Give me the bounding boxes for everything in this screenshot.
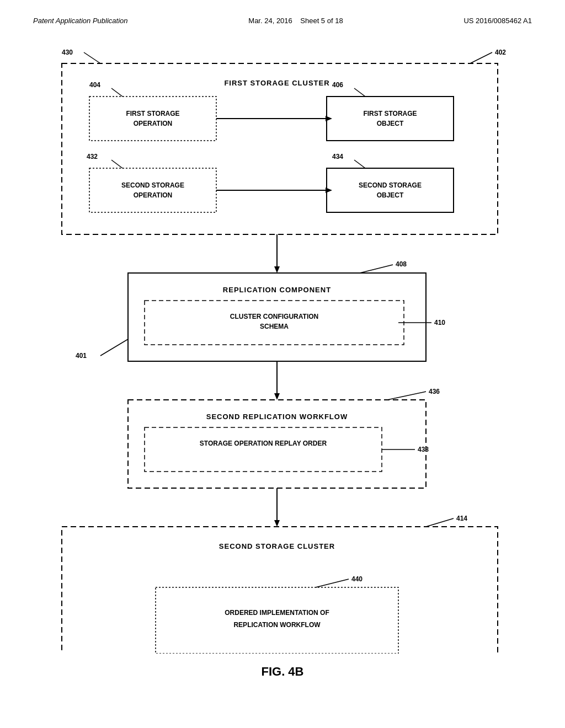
svg-line-33 [360,265,393,273]
svg-text:404: 404 [89,81,100,89]
svg-marker-54 [274,520,280,527]
svg-rect-55 [62,527,498,654]
svg-text:CLUSTER CONFIGURATION: CLUSTER CONFIGURATION [230,313,318,320]
header-left: Patent Application Publication [33,17,128,25]
svg-line-7 [111,88,122,97]
svg-text:406: 406 [332,81,343,89]
svg-text:OPERATION: OPERATION [134,120,172,127]
svg-text:REPLICATION COMPONENT: REPLICATION COMPONENT [223,286,331,294]
svg-line-39 [100,339,128,356]
figure-caption: FIG. 4B [33,665,532,679]
svg-text:FIRST STORAGE: FIRST STORAGE [126,110,179,117]
header-right: US 2016/0085462 A1 [463,17,532,25]
svg-text:OBJECT: OBJECT [377,191,404,199]
svg-text:430: 430 [62,49,73,56]
svg-text:FIRST STORAGE: FIRST STORAGE [363,110,417,117]
svg-text:436: 436 [429,388,440,395]
svg-text:SECOND REPLICATION WORKFLOW: SECOND REPLICATION WORKFLOW [206,413,348,421]
svg-text:438: 438 [418,446,429,453]
svg-text:410: 410 [434,319,445,326]
svg-line-60 [316,579,349,587]
svg-rect-0 [62,63,498,234]
svg-text:432: 432 [87,153,98,160]
svg-text:OPERATION: OPERATION [134,191,172,199]
svg-text:SECOND STORAGE: SECOND STORAGE [121,181,184,189]
svg-rect-36 [145,301,404,345]
svg-rect-49 [145,427,382,472]
svg-rect-59 [156,587,398,654]
svg-text:SCHEMA: SCHEMA [260,323,289,330]
svg-rect-45 [128,400,426,488]
page: Patent Application Publication Mar. 24, … [0,0,565,728]
svg-line-56 [426,518,454,527]
svg-text:STORAGE OPERATION REPLAY ORDER: STORAGE OPERATION REPLAY ORDER [200,440,327,447]
svg-rect-32 [128,273,426,361]
svg-text:401: 401 [76,352,87,360]
svg-rect-11 [327,97,454,141]
svg-rect-18 [89,168,216,212]
svg-line-1 [470,52,492,63]
svg-marker-44 [274,393,280,400]
svg-text:402: 402 [495,49,506,56]
svg-line-24 [354,160,365,168]
svg-marker-31 [274,266,280,273]
diagram-svg: 402 430 FIRST STORAGE CLUSTER 404 FIRST … [56,47,509,654]
diagram-container: 402 430 FIRST STORAGE CLUSTER 404 FIRST … [56,47,509,654]
svg-rect-6 [89,97,216,141]
svg-text:440: 440 [351,575,363,583]
svg-marker-17 [326,116,332,121]
svg-text:SECOND STORAGE: SECOND STORAGE [359,181,422,189]
header-center: Mar. 24, 2016 Sheet 5 of 18 [248,17,343,25]
svg-text:SECOND STORAGE CLUSTER: SECOND STORAGE CLUSTER [219,542,335,550]
svg-text:OBJECT: OBJECT [377,120,404,127]
page-header: Patent Application Publication Mar. 24, … [33,17,532,25]
svg-line-46 [387,392,426,400]
svg-marker-29 [326,188,332,193]
svg-line-19 [111,160,122,168]
svg-text:434: 434 [332,153,343,160]
svg-text:FIRST STORAGE CLUSTER: FIRST STORAGE CLUSTER [224,79,329,87]
svg-line-12 [354,88,365,97]
svg-text:408: 408 [396,260,407,268]
svg-text:414: 414 [456,515,467,522]
svg-text:ORDERED IMPLEMENTATION OF: ORDERED IMPLEMENTATION OF [225,609,329,617]
svg-text:REPLICATION WORKFLOW: REPLICATION WORKFLOW [233,621,321,629]
svg-line-3 [84,52,100,63]
svg-rect-23 [327,168,454,212]
